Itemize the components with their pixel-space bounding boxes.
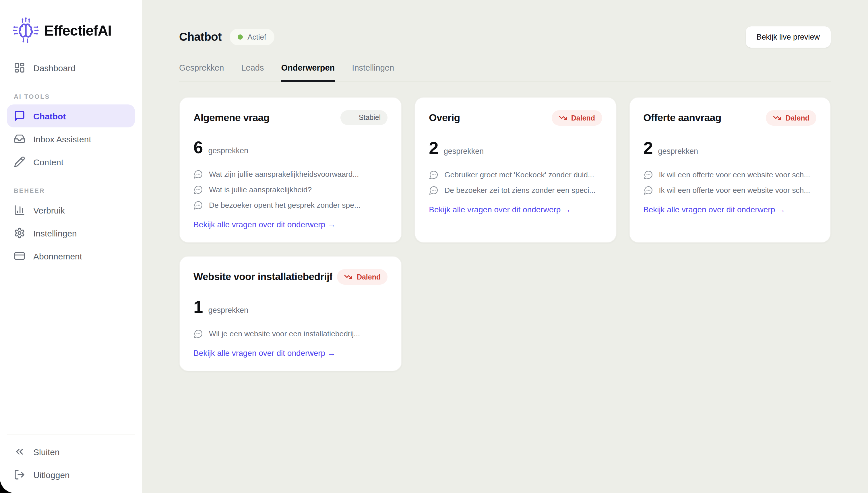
logout-icon [14,469,25,480]
question-item: Wil je een website voor een installatieb… [193,326,387,342]
question-text: Wil je een website voor een installatieb… [209,329,360,338]
pencil-icon [14,156,25,168]
sidebar-collapse-button[interactable]: Sluiten [7,440,135,463]
grid-spacer [415,256,616,371]
message-bubble-icon [429,185,439,195]
sidebar-item-label: Content [33,157,63,167]
question-text: De bezoeker zei tot ziens zonder een spe… [444,186,595,195]
logout-button[interactable]: Uitloggen [7,463,135,486]
brand-name: EffectiefAI [44,22,111,39]
sidebar-item-label: Sluiten [33,447,60,456]
sidebar-item-instellingen[interactable]: Instellingen [7,221,135,244]
trend-label: Dalend [571,114,595,122]
grid-spacer [629,256,831,371]
trend-label: Dalend [357,273,381,281]
screen: EffectiefAI Dashboard AI TOOLS Chatbot I… [0,0,868,493]
view-all-questions-link[interactable]: Bekijk alle vragen over dit onderwerp → [193,220,336,229]
topic-title: Offerte aanvraag [643,112,721,124]
bar-chart-icon [14,204,25,216]
question-item: Wat zijn jullie aansprakelijkheidsvoorwa… [193,167,387,182]
tab-bar: Gesprekken Leads Onderwerpen Instellinge… [179,63,831,82]
question-list: Wil je een website voor een installatieb… [193,326,387,342]
brand-logo[interactable]: EffectiefAI [7,17,135,44]
question-list: Gebruiker groet met 'Koekoek' zonder dui… [429,167,602,198]
tab-leads[interactable]: Leads [241,63,264,82]
dashboard-icon [14,62,25,73]
main-content: Chatbot Actief Bekijk live preview Gespr… [142,0,868,493]
sidebar-item-label: Inbox Assistent [33,134,91,144]
trending-down-icon [558,114,567,122]
chat-bubble-icon [14,110,25,122]
trending-down-icon [773,114,782,122]
view-all-questions-link[interactable]: Bekijk alle vragen over dit onderwerp → [193,348,336,358]
question-text: Gebruiker groet met 'Koekoek' zonder dui… [444,170,594,179]
page-header: Chatbot Actief Bekijk live preview [179,26,831,48]
sidebar-item-label: Chatbot [33,111,66,121]
message-bubble-icon [193,329,203,339]
trend-badge-stable: — Stabiel [341,110,387,125]
gear-icon [14,227,25,239]
tab-gesprekken[interactable]: Gesprekken [179,63,224,82]
question-item: Ik wil een offerte voor een website voor… [643,183,816,198]
question-text: Ik wil een offerte voor een website voor… [659,186,810,195]
message-bubble-icon [643,170,653,180]
sidebar-item-label: Uitloggen [33,470,70,479]
message-bubble-icon [193,185,203,195]
status-label: Actief [248,33,266,41]
question-list: Ik wil een offerte voor een website voor… [643,167,816,198]
conversation-count: 6 [193,139,203,156]
brain-circuit-icon [13,17,39,44]
minus-icon: — [347,114,355,122]
question-item: Ik wil een offerte voor een website voor… [643,167,816,183]
sidebar-item-inbox-assistent[interactable]: Inbox Assistent [7,127,135,150]
view-all-questions-link[interactable]: Bekijk alle vragen over dit onderwerp → [643,205,785,214]
question-list: Wat zijn jullie aansprakelijkheidsvoorwa… [193,167,387,213]
topic-card-offerte-aanvraag: Offerte aanvraag Dalend 2 gesprekken Ik … [629,97,831,243]
sidebar-item-label: Dashboard [33,63,76,72]
message-bubble-icon [643,185,653,195]
status-badge: Actief [230,29,274,45]
question-item: Wat is jullie aansprakelijkheid? [193,182,387,197]
conversation-count-label: gesprekken [208,306,248,315]
trending-down-icon [344,273,353,281]
sidebar-item-label: Abonnement [33,251,82,261]
sidebar-item-verbruik[interactable]: Verbruik [7,198,135,221]
tab-instellingen[interactable]: Instellingen [352,63,394,82]
topic-cards-grid: Algemene vraag — Stabiel 6 gesprekken Wa… [179,97,831,371]
question-text: Wat zijn jullie aansprakelijkheidsvoorwa… [209,170,359,178]
question-item: De bezoeker opent het gesprek zonder spe… [193,197,387,213]
trend-label: Stabiel [359,114,381,122]
conversation-count-label: gesprekken [658,147,698,155]
conversation-count: 1 [193,298,203,316]
app-window: EffectiefAI Dashboard AI TOOLS Chatbot I… [0,0,868,493]
conversation-count: 2 [643,140,653,157]
live-preview-button[interactable]: Bekijk live preview [745,26,831,48]
conversation-count: 2 [429,140,438,157]
active-status-dot-icon [238,35,243,40]
sidebar-item-label: Instellingen [33,228,77,238]
tab-onderwerpen[interactable]: Onderwerpen [281,63,335,82]
topic-card-overig: Overig Dalend 2 gesprekken Gebruiker gro… [415,97,616,243]
collapse-icon [14,446,25,457]
view-all-questions-link[interactable]: Bekijk alle vragen over dit onderwerp → [429,205,571,214]
conversation-count-label: gesprekken [444,147,484,155]
credit-card-icon [14,250,25,262]
sidebar-item-dashboard[interactable]: Dashboard [7,56,135,79]
trend-badge-declining: Dalend [337,269,387,285]
topic-title: Overig [429,112,460,124]
sidebar-section-ai-tools: AI TOOLS [7,93,135,100]
sidebar: EffectiefAI Dashboard AI TOOLS Chatbot I… [0,0,142,493]
topic-card-website-installatiebedrijf: Website voor installatiebedrijf Dalend 1… [179,256,402,371]
sidebar-item-abonnement[interactable]: Abonnement [7,244,135,267]
question-item: De bezoeker zei tot ziens zonder een spe… [429,183,602,198]
page-title: Chatbot [179,30,221,44]
question-text: Ik wil een offerte voor een website voor… [659,170,810,179]
sidebar-item-chatbot[interactable]: Chatbot [7,104,135,127]
message-bubble-icon [193,200,203,210]
sidebar-item-content[interactable]: Content [7,150,135,173]
message-bubble-icon [429,170,439,180]
trend-badge-declining: Dalend [552,110,602,126]
message-bubble-icon [193,169,203,179]
topic-title: Website voor installatiebedrijf [193,271,333,283]
topic-title: Algemene vraag [193,112,270,124]
